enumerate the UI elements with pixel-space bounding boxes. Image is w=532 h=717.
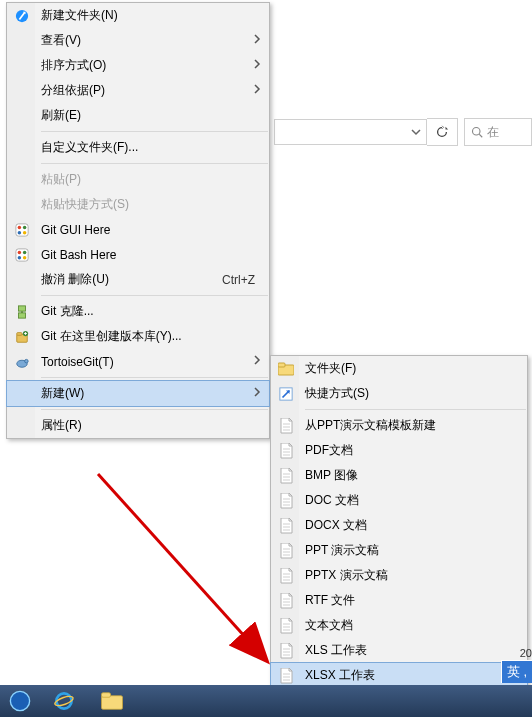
- menu-item[interactable]: Git 克隆...: [7, 299, 269, 324]
- svg-point-8: [18, 231, 22, 235]
- menu-item[interactable]: 分组依据(P): [7, 78, 269, 103]
- search-box[interactable]: 在: [464, 118, 532, 146]
- blank-icon: [13, 107, 31, 125]
- svg-point-7: [23, 226, 27, 230]
- menu-item-label: 分组依据(P): [41, 82, 105, 99]
- svg-marker-0: [446, 127, 449, 130]
- menu-item-label: Git GUI Here: [41, 223, 110, 237]
- doc-icon: [277, 492, 295, 510]
- menu-item-label: TortoiseGit(T): [41, 355, 114, 369]
- svg-rect-16: [19, 313, 26, 318]
- svg-point-1: [473, 128, 481, 136]
- git-gui-icon: [13, 221, 31, 239]
- blank-icon: [13, 139, 31, 157]
- svg-point-13: [18, 256, 22, 260]
- menu-item-label: 排序方式(O): [41, 57, 106, 74]
- taskbar-ie-button[interactable]: [40, 685, 88, 717]
- menu-item[interactable]: Git GUI Here: [7, 217, 269, 242]
- menu-item[interactable]: 排序方式(O): [7, 53, 269, 78]
- menu-separator: [41, 377, 268, 378]
- menu-item-hotkey: Ctrl+Z: [222, 273, 255, 287]
- menu-item[interactable]: 从PPT演示文稿模板新建: [271, 413, 527, 438]
- doc-icon: [277, 642, 295, 660]
- ime-indicator[interactable]: 英 ,: [501, 660, 532, 683]
- menu-item[interactable]: DOC 文档: [271, 488, 527, 513]
- menu-item[interactable]: PPTX 演示文稿: [271, 563, 527, 588]
- menu-item-label: PDF文档: [305, 442, 353, 459]
- menu-item[interactable]: Git 在这里创建版本库(Y)...: [7, 324, 269, 349]
- menu-item[interactable]: 查看(V): [7, 28, 269, 53]
- git-clone-icon: [13, 303, 31, 321]
- menu-item[interactable]: 自定义文件夹(F)...: [7, 135, 269, 160]
- svg-rect-19: [17, 333, 22, 336]
- svg-point-6: [18, 226, 22, 230]
- explorer-toolbar: 在: [270, 116, 532, 148]
- menu-item-label: 新建文件夹(N): [41, 7, 118, 24]
- menu-item-label: 查看(V): [41, 32, 81, 49]
- chevron-right-icon: [253, 355, 261, 365]
- menu-item-label: 新建(W): [41, 385, 84, 402]
- menu-item-label: PPTX 演示文稿: [305, 567, 388, 584]
- menu-separator: [41, 295, 268, 296]
- menu-item[interactable]: 刷新(E): [7, 103, 269, 128]
- chevron-right-icon: [253, 34, 261, 44]
- menu-separator: [305, 409, 526, 410]
- chevron-right-icon: [253, 59, 261, 69]
- menu-item-label: 刷新(E): [41, 107, 81, 124]
- menu-item-label: 从PPT演示文稿模板新建: [305, 417, 436, 434]
- menu-item[interactable]: XLS 工作表: [271, 638, 527, 663]
- refresh-button[interactable]: [427, 118, 458, 146]
- menu-item[interactable]: 新建文件夹(N): [7, 3, 269, 28]
- menu-item-label: RTF 文件: [305, 592, 355, 609]
- menu-separator: [41, 131, 268, 132]
- svg-rect-10: [16, 249, 28, 261]
- start-button[interactable]: [0, 685, 40, 717]
- svg-rect-24: [278, 363, 285, 367]
- context-menu: 新建文件夹(N)查看(V)排序方式(O)分组依据(P)刷新(E)自定义文件夹(F…: [6, 2, 270, 439]
- blank-icon: [13, 57, 31, 75]
- menu-item[interactable]: BMP 图像: [271, 463, 527, 488]
- svg-point-14: [23, 256, 27, 260]
- chevron-down-icon[interactable]: [406, 120, 426, 144]
- menu-item-label: DOCX 文档: [305, 517, 367, 534]
- blank-icon: [13, 171, 31, 189]
- menu-item[interactable]: TortoiseGit(T): [7, 349, 269, 374]
- shortcut-icon: [277, 385, 295, 403]
- menu-item[interactable]: RTF 文件: [271, 588, 527, 613]
- menu-item[interactable]: 文件夹(F): [271, 356, 527, 381]
- doc-icon: [277, 517, 295, 535]
- menu-item[interactable]: 撤消 删除(U)Ctrl+Z: [7, 267, 269, 292]
- menu-item-label: PPT 演示文稿: [305, 542, 379, 559]
- menu-item-label: 文本文档: [305, 617, 353, 634]
- menu-item[interactable]: PPT 演示文稿: [271, 538, 527, 563]
- doc-icon: [277, 567, 295, 585]
- taskbar-explorer-button[interactable]: [88, 685, 136, 717]
- menu-item[interactable]: DOCX 文档: [271, 513, 527, 538]
- menu-item[interactable]: PDF文档: [271, 438, 527, 463]
- doc-icon: [277, 442, 295, 460]
- folder-icon: [277, 360, 295, 378]
- address-bar[interactable]: [274, 119, 427, 145]
- blank-icon: [13, 32, 31, 50]
- doc-icon: [277, 542, 295, 560]
- svg-rect-15: [19, 306, 26, 311]
- menu-item[interactable]: Git Bash Here: [7, 242, 269, 267]
- git-create-icon: [13, 328, 31, 346]
- menu-item[interactable]: 快捷方式(S): [271, 381, 527, 406]
- svg-point-68: [10, 691, 29, 710]
- svg-point-9: [23, 231, 27, 235]
- menu-item[interactable]: 文本文档: [271, 613, 527, 638]
- svg-rect-71: [102, 696, 123, 710]
- new-blue-icon: [13, 7, 31, 25]
- menu-item-label: XLS 工作表: [305, 642, 367, 659]
- menu-item[interactable]: 新建(W): [7, 381, 269, 406]
- menu-item[interactable]: 属性(R): [7, 413, 269, 438]
- doc-icon: [277, 667, 295, 685]
- menu-item-label: 快捷方式(S): [305, 385, 369, 402]
- new-submenu: 文件夹(F)快捷方式(S)从PPT演示文稿模板新建PDF文档BMP 图像DOC …: [270, 355, 528, 717]
- menu-item-label: XLSX 工作表: [305, 667, 375, 684]
- menu-item: 粘贴快捷方式(S): [7, 192, 269, 217]
- svg-line-2: [479, 134, 482, 137]
- svg-point-12: [23, 251, 27, 255]
- svg-line-67: [98, 474, 266, 660]
